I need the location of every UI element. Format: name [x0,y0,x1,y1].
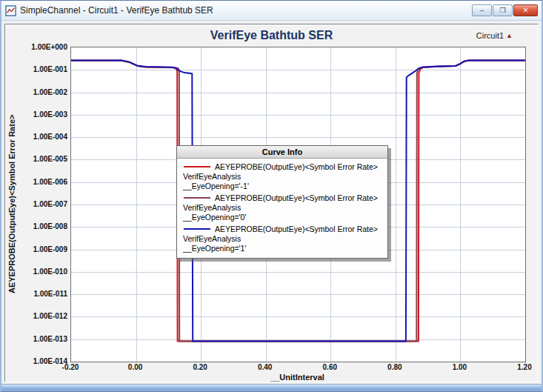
legend-entry-line: AEYEPROBE(OutputEye)<Symbol Error Rate> [215,225,378,233]
design-corner-label: Circuit1 ▲ [476,31,513,40]
y-tick-label: 1.00E-004 [33,133,67,141]
x-tick-label: -0.20 [62,363,79,371]
y-tick-label: 1.00E-011 [33,290,67,298]
legend-title[interactable]: Curve Info [177,146,387,159]
y-tick-label: 1.00E-008 [33,222,67,230]
x-tick-label: 0.80 [387,363,402,371]
x-axis-title: __UnitInterval [70,373,524,382]
y-tick-label: 1.00E-012 [33,312,67,320]
app-window: SimpleChannel - Circuit1 - VerifEye Bath… [0,0,543,392]
legend-entry-line: AEYEPROBE(OutputEye)<Symbol Error Rate> [215,162,378,171]
x-tick-label: 0.40 [258,363,272,371]
y-tick-label: 1.00E-001 [33,65,67,73]
x-tick-label: 1.20 [517,363,531,371]
legend-entry-line: VerifEyeAnalysis [183,172,382,182]
close-button[interactable]: ✕ [513,4,538,16]
y-tick-label: 1.00E-010 [33,267,67,275]
app-icon [5,5,16,16]
legend-entry-line: AEYEPROBE(OutputEye)<Symbol Error Rate> [215,193,378,202]
design-marker-icon: ▲ [506,33,513,39]
y-tick-label: 1.00E-003 [33,110,67,118]
curve-color-sample [184,228,210,230]
minimize-button[interactable]: – [472,4,492,16]
curve-color-sample [184,166,210,167]
y-tick-label: 1.00E-006 [33,177,67,185]
legend-box[interactable]: Curve Info AEYEPROBE(OutputEye)<Symbol E… [176,145,388,259]
x-axis-tick-labels: -0.200.000.200.400.600.801.001.20 [70,363,524,373]
y-tick-label: 1.00E+000 [31,43,67,51]
curve-color-sample [184,197,210,199]
legend-entry-line: __EyeOpening='-1' [183,182,382,191]
legend-entry[interactable]: AEYEPROBE(OutputEye)<Symbol Error Rate>V… [183,193,382,222]
legend-entry[interactable]: AEYEPROBE(OutputEye)<Symbol Error Rate>V… [183,162,382,191]
window-title: SimpleChannel - Circuit1 - VerifEye Bath… [20,5,213,16]
y-axis-title: AEYEPROBE(OutputEye)<Symbol Error Rate> [6,47,17,361]
window-bottom-frame [1,384,542,391]
legend-entry-line: VerifEyeAnalysis [183,234,382,244]
legend-entry[interactable]: AEYEPROBE(OutputEye)<Symbol Error Rate>V… [183,225,382,253]
legend-entry-line: __EyeOpening='1' [183,244,382,253]
x-tick-label: 0.20 [193,363,207,371]
legend-entry-line: VerifEyeAnalysis [183,203,382,213]
corner-label-text: Circuit1 [476,31,504,40]
x-tick-label: 1.00 [453,363,467,371]
y-tick-label: 1.00E-013 [33,334,67,342]
title-bar[interactable]: SimpleChannel - Circuit1 - VerifEye Bath… [1,1,542,21]
x-tick-label: 0.60 [323,363,337,371]
legend-entry-line: __EyeOpening='0' [183,213,382,222]
window-controls: – ❒ ✕ [472,4,538,16]
chart-title: VerifEye Bathtub SER [5,29,538,42]
y-tick-label: 1.00E-007 [33,200,67,208]
y-tick-label: 1.00E-002 [33,87,67,96]
legend-body: AEYEPROBE(OutputEye)<Symbol Error Rate>V… [177,159,387,258]
y-tick-label: 1.00E-009 [33,245,67,253]
y-tick-label: 1.00E-005 [33,155,67,163]
y-axis-tick-labels: 1.00E+0001.00E-0011.00E-0021.00E-0031.00… [17,47,69,361]
x-tick-label: 0.00 [128,363,142,371]
maximize-button[interactable]: ❒ [493,4,513,16]
chart-panel: VerifEye Bathtub SER Circuit1 ▲ AEYEPROB… [4,24,539,382]
